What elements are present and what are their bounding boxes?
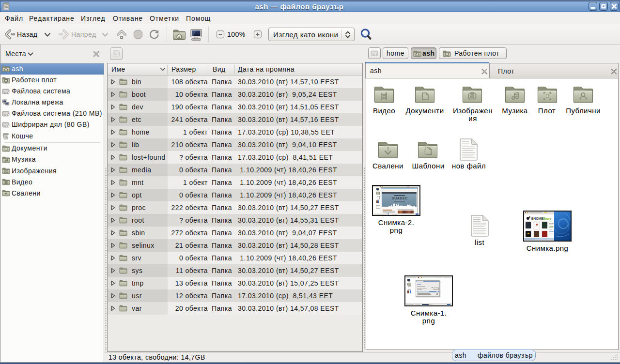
svg-text:Store: Store (543, 217, 552, 220)
svg-text:GNOME: GNOME (531, 217, 543, 220)
